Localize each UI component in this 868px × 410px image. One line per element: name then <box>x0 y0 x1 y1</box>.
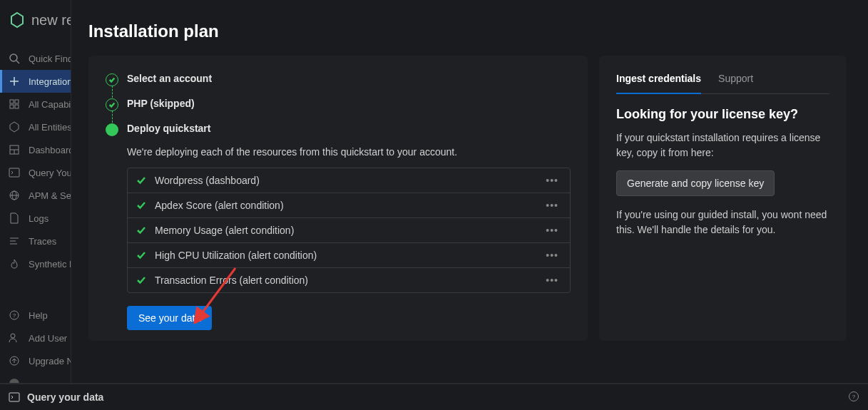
svg-rect-4 <box>10 100 14 103</box>
hexagon-icon <box>9 121 20 133</box>
svg-rect-11 <box>9 168 19 177</box>
resource-list: Wordpress (dashboard) ••• Apdex Score (a… <box>127 168 571 293</box>
svg-rect-5 <box>15 100 19 103</box>
sidebar-item-label: Query Your <box>29 168 71 178</box>
traces-icon <box>9 235 20 247</box>
brand-text: new re <box>31 12 71 29</box>
step-select-account: Select an account <box>106 73 571 98</box>
deploy-description: We're deploying each of the resources fr… <box>127 146 571 158</box>
svg-rect-29 <box>9 393 19 401</box>
grid-icon <box>9 98 20 110</box>
terminal-icon <box>9 167 20 178</box>
credentials-text: If you're using our guided install, you … <box>616 207 829 237</box>
credentials-title: Looking for your license key? <box>616 107 829 122</box>
more-button[interactable]: ••• <box>543 200 561 211</box>
checkmark-icon <box>136 200 146 210</box>
checkmark-icon <box>106 98 118 111</box>
checkmark-icon <box>136 225 146 235</box>
resource-row: High CPU Utilization (alert condition) •… <box>128 242 570 267</box>
credentials-text: If your quickstart installation requires… <box>616 130 829 160</box>
more-button[interactable]: ••• <box>543 250 561 261</box>
sidebar-item-logs[interactable]: Logs <box>0 207 71 230</box>
svg-point-0 <box>10 54 17 61</box>
sidebar-item-apm[interactable]: APM & Ser <box>0 184 71 207</box>
sidebar-item-label: All Capabili <box>29 99 71 110</box>
tabs: Ingest credentials Support <box>616 73 829 94</box>
resource-label: Wordpress (dashboard) <box>155 175 543 186</box>
resource-row: Wordpress (dashboard) ••• <box>128 168 570 193</box>
sidebar-item-quickfind[interactable]: Quick Find <box>0 47 71 70</box>
sidebar-item-traces[interactable]: Traces <box>0 230 71 252</box>
sidebar-item-label: All Entities <box>29 122 71 133</box>
tab-support[interactable]: Support <box>718 73 753 93</box>
plus-icon <box>9 76 20 87</box>
more-button[interactable]: ••• <box>543 175 561 186</box>
sidebar-item-dashboard[interactable]: Dashboard <box>0 138 71 161</box>
see-your-data-button[interactable]: See your data <box>127 306 212 330</box>
step-connector <box>112 86 113 98</box>
sidebar-item-label: Traces <box>29 236 56 247</box>
step-label: Deploy quickstart <box>127 123 210 134</box>
more-button[interactable]: ••• <box>543 225 561 236</box>
resource-label: Memory Usage (alert condition) <box>155 225 543 236</box>
resource-label: Apdex Score (alert condition) <box>155 200 543 211</box>
help-icon[interactable]: ? <box>848 391 859 404</box>
dashboard-icon <box>9 144 20 155</box>
svg-line-1 <box>16 61 19 63</box>
sidebar-item-query[interactable]: Query Your <box>0 161 71 184</box>
sidebar-item-label: Help <box>29 310 48 321</box>
sidebar-item-integration[interactable]: Integration <box>0 70 71 93</box>
sidebar-item-label: Logs <box>29 213 48 224</box>
newrelic-icon <box>9 11 26 29</box>
brand-logo: new re <box>0 0 71 40</box>
sidebar-item-label: Dashboard <box>29 145 71 155</box>
svg-point-20 <box>11 334 15 338</box>
resource-label: High CPU Utilization (alert condition) <box>155 250 543 261</box>
sidebar-item-label: Quick Find <box>29 53 71 64</box>
step-php: PHP (skipped) <box>106 98 571 123</box>
resource-row: Apdex Score (alert condition) ••• <box>128 193 570 217</box>
page-title: Installation plan <box>88 21 847 41</box>
current-step-icon <box>106 123 118 136</box>
checkmark-icon <box>136 275 146 285</box>
help-icon: ? <box>9 309 20 321</box>
fire-icon <box>9 258 20 270</box>
credentials-panel: Ingest credentials Support Looking for y… <box>599 56 847 341</box>
query-your-data-button[interactable]: Query your data <box>9 391 103 403</box>
resource-row: Memory Usage (alert condition) ••• <box>128 217 570 242</box>
generate-license-button[interactable]: Generate and copy license key <box>616 170 775 196</box>
step-label: PHP (skipped) <box>127 98 195 109</box>
globe-icon <box>9 190 20 201</box>
tab-ingest-credentials[interactable]: Ingest credentials <box>616 73 701 94</box>
more-button[interactable]: ••• <box>543 275 561 286</box>
main-content: Installation plan Select an account PHP … <box>71 0 868 383</box>
step-deploy: Deploy quickstart <box>106 123 571 139</box>
sidebar-item-capabilities[interactable]: All Capabili <box>0 93 71 116</box>
checkmark-icon <box>136 175 146 185</box>
search-icon <box>9 53 20 64</box>
svg-text:?: ? <box>13 312 16 319</box>
sidebar-item-label: Integration <box>29 76 71 87</box>
svg-text:?: ? <box>852 394 856 400</box>
sidebar-item-help[interactable]: ? Help <box>0 304 71 327</box>
sidebar-item-entities[interactable]: All Entities <box>0 116 71 138</box>
sidebar-item-label: Synthetic M <box>29 259 71 270</box>
bottombar: Query your data ? <box>0 383 868 410</box>
install-panel: Select an account PHP (skipped) Deploy q… <box>88 56 588 341</box>
step-connector <box>112 111 113 123</box>
sidebar-item-synthetic[interactable]: Synthetic M <box>0 252 71 275</box>
sidebar-item-label: APM & Ser <box>29 190 71 201</box>
sidebar-item-label: Upgrade N <box>29 356 71 367</box>
sidebar-item-upgrade[interactable]: Upgrade N <box>0 349 71 372</box>
file-icon <box>9 212 20 224</box>
bottombar-label: Query your data <box>27 391 103 403</box>
svg-rect-6 <box>10 105 14 108</box>
arrow-up-circle-icon <box>9 355 20 367</box>
resource-row: Transaction Errors (alert condition) ••• <box>128 267 570 292</box>
sidebar-item-adduser[interactable]: Add User <box>0 327 71 349</box>
step-label: Select an account <box>127 73 212 84</box>
svg-rect-7 <box>15 105 19 108</box>
terminal-icon <box>9 391 20 403</box>
checkmark-icon <box>136 250 146 260</box>
sidebar-item-label: Add User <box>29 333 67 344</box>
